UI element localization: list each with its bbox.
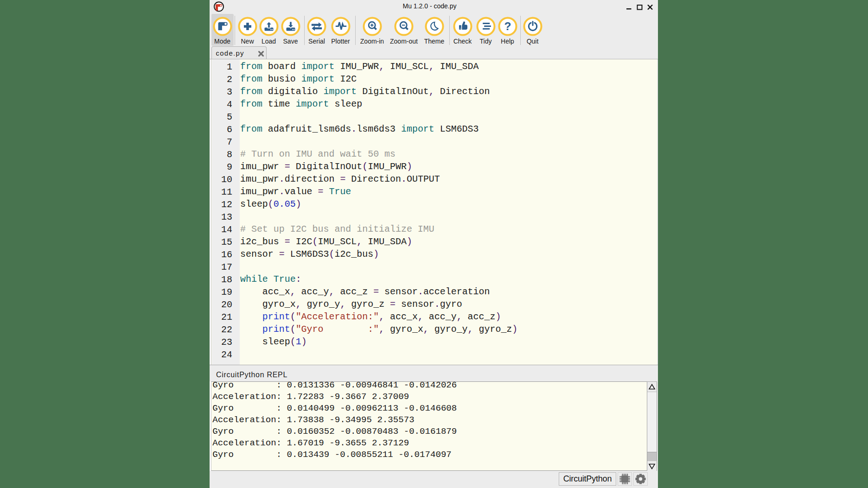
svg-text:?: ? <box>504 19 511 32</box>
